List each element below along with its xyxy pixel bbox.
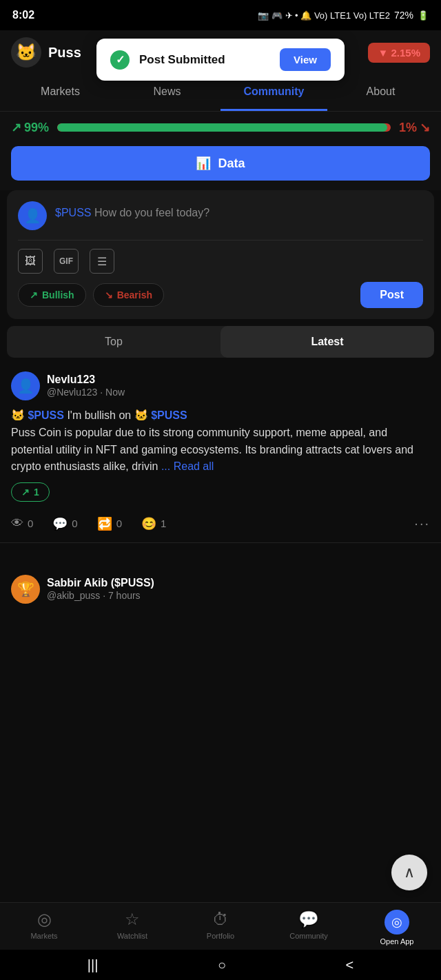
tab-latest[interactable]: Latest	[220, 326, 434, 358]
composer-avatar: 👤	[18, 201, 47, 230]
bullish-tag-count: 1	[34, 487, 39, 498]
reposts-count: 0	[116, 518, 122, 529]
bottom-nav: ◎ Markets ☆ Watchlist ⏱ Portfolio 💬 Comm…	[0, 902, 441, 950]
post-ticker2: $PUSS	[151, 409, 187, 421]
views-stat: 👁 0	[11, 516, 33, 531]
markets-label: Markets	[30, 932, 57, 940]
data-button-wrap: 📊 Data	[0, 143, 441, 190]
post-handle: @Nevlu123 · Now	[47, 387, 125, 398]
comments-stat[interactable]: 💬 0	[52, 516, 77, 531]
post-button[interactable]: Post	[360, 282, 423, 308]
scroll-up-button[interactable]: ∧	[391, 855, 427, 890]
nav-portfolio[interactable]: ⏱ Portfolio	[176, 910, 265, 946]
data-button[interactable]: 📊 Data	[11, 146, 430, 181]
nav-community[interactable]: 💬 Community	[265, 910, 353, 946]
comments-count: 0	[72, 518, 77, 529]
reposts-stat[interactable]: 🔁 0	[97, 516, 122, 531]
more-options[interactable]: ···	[414, 515, 430, 531]
app-logo: 🐱	[11, 37, 41, 68]
bullish-tag-icon: ↗	[21, 487, 30, 498]
price-badge: ▼ 2.15%	[368, 43, 430, 63]
android-recents-button[interactable]: |||	[88, 957, 99, 973]
bullish-arrow-icon: ↗	[30, 289, 38, 300]
post2-username: Sabbir Akib ($PUSS)	[47, 577, 154, 589]
toast-message: Post Submitted	[139, 53, 270, 67]
composer-tools: 🖼 GIF ☰	[18, 240, 423, 274]
portfolio-icon: ⏱	[212, 910, 229, 929]
app-title: Puss	[48, 45, 81, 61]
post-item-2: 🏆 Sabbir Akib ($PUSS) @akib_puss · 7 hou…	[0, 564, 441, 622]
gif-tool-icon[interactable]: GIF	[54, 249, 79, 274]
post-header: 👤 Nevlu123 @Nevlu123 · Now	[11, 371, 430, 400]
views-icon: 👁	[11, 516, 23, 531]
post2-avatar: 🏆	[11, 575, 40, 604]
data-label: Data	[218, 156, 245, 171]
tab-markets[interactable]: Markets	[7, 74, 114, 111]
composer-actions: ↗ Bullish ↘ Bearish Post	[18, 282, 423, 308]
bullish-tag: ↗ 1	[11, 482, 50, 502]
status-icons-text: 📷 🎮 ✈ • 🔔 Vo) LTE1 Vo) LTE2	[258, 10, 390, 21]
tab-about[interactable]: About	[327, 74, 434, 111]
post-submitted-toast: ✓ Post Submitted View	[96, 39, 345, 81]
data-icon: 📊	[196, 156, 211, 171]
sentiment-bar: ↗ 99% 1% ↘	[0, 112, 441, 143]
feed-tabs: Top Latest	[7, 326, 434, 358]
nav-watchlist[interactable]: ☆ Watchlist	[88, 910, 176, 946]
status-bar: 8:02 📷 🎮 ✈ • 🔔 Vo) LTE1 Vo) LTE2 72% 🔋	[0, 0, 441, 30]
open-app-label: Open App	[380, 937, 414, 946]
image-tool-icon[interactable]: 🖼	[18, 249, 43, 274]
bull-arrow-icon: ↗	[11, 120, 21, 135]
bear-arrow-icon: ↘	[420, 120, 430, 135]
toast-checkmark: ✓	[110, 50, 130, 70]
composer-placeholder: $PUSS How do you feel today?	[55, 207, 209, 218]
header-left: 🐱 Puss	[11, 37, 81, 68]
portfolio-label: Portfolio	[207, 932, 234, 940]
comments-icon: 💬	[52, 516, 68, 531]
bearish-button[interactable]: ↘ Bearish	[93, 283, 164, 307]
post-user-info: Nevlu123 @Nevlu123 · Now	[47, 374, 125, 398]
android-back-button[interactable]: <	[346, 957, 354, 973]
post-ticker1: $PUSS	[28, 409, 63, 421]
open-app-icon: ◎	[384, 910, 409, 935]
bull-percentage: ↗ 99%	[11, 120, 49, 135]
post-item: 👤 Nevlu123 @Nevlu123 · Now 🐱 $PUSS I'm b…	[0, 360, 441, 543]
watchlist-label: Watchlist	[117, 932, 147, 940]
post2-handle: @akib_puss · 7 hours	[47, 590, 141, 601]
status-time: 8:02	[12, 9, 34, 21]
bullish-label: Bullish	[42, 289, 74, 300]
sentiment-fill	[57, 123, 387, 132]
reactions-stat[interactable]: 😊 1	[141, 516, 166, 531]
post-composer: 👤 $PUSS How do you feel today? 🖼 GIF ☰ ↗…	[7, 190, 434, 319]
nav-markets[interactable]: ◎ Markets	[0, 910, 88, 946]
price-arrow: ▼ 2.15%	[378, 47, 420, 59]
post-pretext: I'm bullish on 🐱	[67, 409, 151, 421]
reaction-icon: 😊	[141, 516, 156, 531]
sentiment-track	[57, 123, 391, 132]
views-count: 0	[28, 518, 33, 529]
read-all-link[interactable]: ... Read all	[161, 460, 214, 472]
layout-tool-icon[interactable]: ☰	[90, 249, 114, 274]
post-body: 🐱 $PUSS I'm bullish on 🐱 $PUSS Puss Coin…	[11, 407, 430, 476]
post-stats: 👁 0 💬 0 🔁 0 😊 1 ···	[11, 515, 430, 531]
bear-percentage: 1% ↘	[399, 120, 430, 135]
composer-ticker: $PUSS	[55, 207, 91, 218]
post2-header: 🏆 Sabbir Akib ($PUSS) @akib_puss · 7 hou…	[11, 575, 430, 604]
bullish-button[interactable]: ↗ Bullish	[18, 283, 86, 307]
community-icon: 💬	[298, 910, 319, 929]
post2-user-info: Sabbir Akib ($PUSS) @akib_puss · 7 hours	[47, 577, 154, 602]
cat-emoji: 🐱	[11, 409, 28, 421]
tab-top[interactable]: Top	[7, 326, 220, 358]
composer-input-area[interactable]: $PUSS How do you feel today?	[55, 201, 423, 219]
watchlist-icon: ☆	[125, 910, 140, 929]
battery-text: 72%	[394, 10, 413, 21]
android-home-button[interactable]: ○	[218, 957, 226, 973]
repost-icon: 🔁	[97, 516, 112, 531]
composer-top: 👤 $PUSS How do you feel today?	[18, 201, 423, 230]
bearish-arrow-icon: ↘	[105, 289, 113, 300]
community-label: Community	[289, 932, 328, 940]
battery-icon: 🔋	[418, 10, 429, 21]
reactions-count: 1	[161, 518, 166, 529]
toast-view-button[interactable]: View	[280, 48, 331, 71]
composer-hint: How do you feel today?	[94, 207, 209, 218]
nav-open-app[interactable]: ◎ Open App	[353, 910, 441, 946]
